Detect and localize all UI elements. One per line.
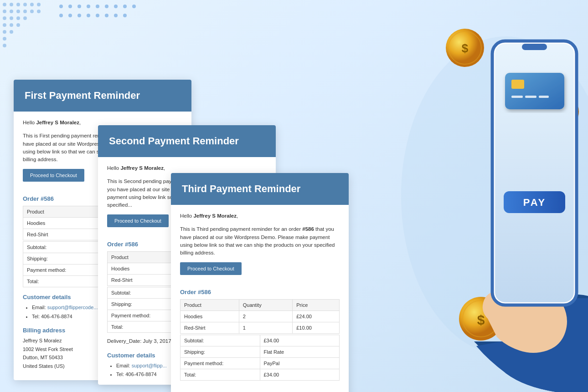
product-cell: Red-Shirt	[181, 322, 239, 334]
svg-point-19	[3, 30, 6, 34]
svg-text:PAY: PAY	[523, 197, 547, 208]
svg-point-6	[3, 10, 6, 13]
svg-point-17	[10, 23, 13, 27]
card-1-header: First Payment Reminder	[14, 80, 191, 112]
card-1-title: First Payment Reminder	[25, 90, 140, 101]
svg-rect-35	[505, 73, 564, 109]
svg-point-3	[23, 3, 27, 6]
col-product: Product	[23, 206, 106, 218]
product-cell: Hoodies	[23, 218, 106, 229]
card-2-title: Second Payment Reminder	[109, 135, 239, 147]
card-3-checkout-button[interactable]: Proceed to Checkout	[180, 262, 242, 275]
svg-point-5	[37, 3, 41, 6]
svg-point-13	[10, 16, 13, 20]
svg-point-8	[16, 10, 20, 13]
svg-point-20	[10, 30, 13, 34]
svg-point-12	[3, 16, 6, 20]
svg-rect-36	[511, 80, 524, 89]
card-2-header: Second Payment Reminder	[98, 125, 276, 157]
svg-point-7	[10, 10, 13, 13]
svg-point-9	[23, 10, 27, 13]
svg-point-14	[16, 16, 20, 20]
svg-rect-39	[539, 96, 549, 98]
col-quantity: Quantity	[239, 300, 293, 311]
svg-point-11	[37, 10, 41, 13]
dots-decoration	[59, 5, 136, 17]
svg-point-1	[10, 3, 13, 6]
svg-point-21	[3, 37, 6, 41]
customer-email-link[interactable]: support@flipp...	[132, 363, 167, 368]
card-2-checkout-button[interactable]: Proceed to Checkout	[107, 214, 169, 227]
svg-point-0	[3, 3, 6, 6]
svg-text:$: $	[462, 41, 469, 55]
product-cell: Hoodies	[181, 311, 239, 322]
customer-email-link[interactable]: support@flippercode...	[47, 305, 98, 310]
svg-text:$: $	[477, 312, 485, 327]
product-cell: Red-Shirt	[23, 229, 106, 240]
card-1-checkout-button[interactable]: Proceed to Checkout	[23, 169, 84, 182]
svg-point-10	[30, 10, 34, 13]
svg-rect-37	[511, 96, 523, 98]
corner-decoration	[0, 0, 59, 73]
svg-point-15	[23, 16, 27, 20]
svg-point-4	[30, 3, 34, 6]
col-product: Product	[181, 300, 239, 311]
svg-rect-38	[525, 96, 536, 98]
quantity-cell: 2	[239, 311, 293, 322]
svg-point-18	[16, 23, 20, 27]
quantity-cell: 1	[239, 322, 293, 334]
phone-illustration: $ $ $ PAY	[315, 0, 588, 392]
svg-point-16	[3, 23, 6, 27]
svg-rect-42	[522, 44, 547, 50]
card-2-greeting: Hello Jeffrey S Moralez,	[107, 164, 267, 172]
svg-point-22	[3, 44, 6, 47]
card-3-title: Third Payment Reminder	[182, 183, 300, 194]
svg-point-2	[16, 3, 20, 6]
